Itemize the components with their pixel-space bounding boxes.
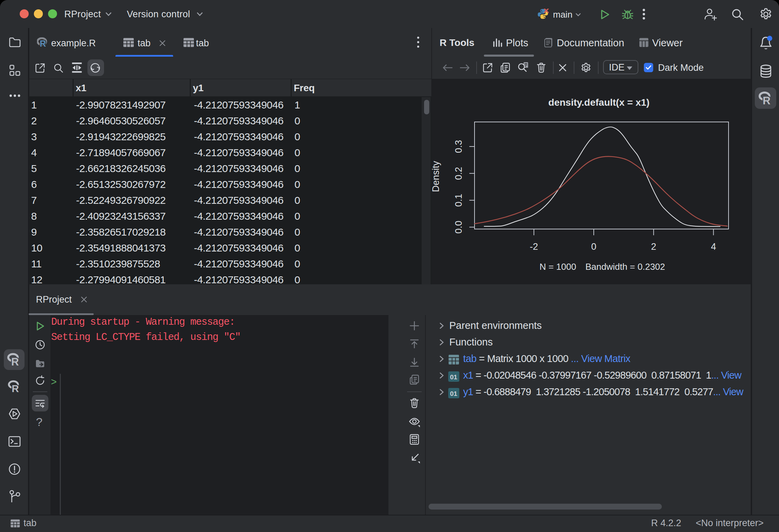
svg-text:0.2: 0.2: [453, 167, 464, 180]
svg-text:density.default(x = x1): density.default(x = x1): [548, 97, 650, 108]
svg-text:Bandwidth = 0.2302: Bandwidth = 0.2302: [585, 262, 665, 272]
svg-text:2: 2: [651, 241, 656, 252]
svg-text:0.3: 0.3: [453, 140, 464, 153]
svg-text:R: R: [11, 356, 19, 367]
svg-text:R: R: [12, 383, 19, 393]
svg-text:Density: Density: [432, 161, 441, 192]
svg-text:0.1: 0.1: [453, 194, 464, 207]
svg-text:-2: -2: [530, 241, 538, 252]
svg-text:0: 0: [591, 241, 596, 252]
svg-text:0.0: 0.0: [453, 221, 464, 234]
svg-text:R: R: [40, 39, 46, 48]
svg-text:R: R: [763, 95, 771, 105]
svg-text:N = 1000: N = 1000: [539, 262, 576, 272]
svg-text:4: 4: [711, 241, 716, 252]
